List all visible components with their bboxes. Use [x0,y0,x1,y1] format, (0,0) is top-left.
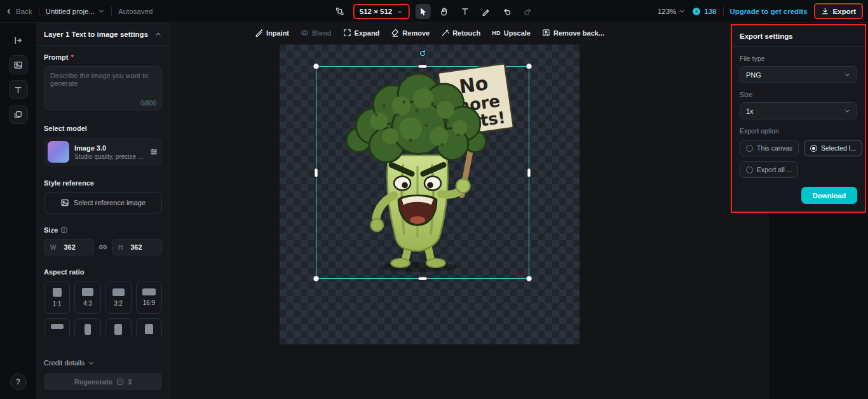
chevron-down-icon [397,8,403,15]
chain-link-icon [98,243,107,252]
aspect-ratio-tile-1-1[interactable]: 1:1 [44,281,70,314]
remove-background-button[interactable]: Remove back... [542,29,604,37]
aspect-ratio-tile-partial[interactable] [44,318,70,337]
file-type-value: PNG [746,71,761,79]
file-type-select[interactable]: PNG [740,66,857,83]
export-size-select[interactable]: 1x [740,102,857,119]
canvas-size-dropdown[interactable]: 512 × 512 [355,5,409,18]
prompt-input[interactable] [50,72,156,100]
text-layer-button[interactable] [9,80,28,99]
aspect-ratio-tile-4-3[interactable]: 4:3 [74,281,100,314]
retouch-button[interactable]: Retouch [441,29,480,37]
back-button[interactable]: Back [5,8,32,15]
panel-bottom: Credit details Regenerate 3 [36,353,170,399]
panel-scroll-area: Prompt * 0/800 Select model Image 3.0 St… [36,46,170,349]
rotate-handle[interactable] [417,48,428,59]
sliders-icon [149,147,158,156]
resize-handle-se[interactable] [526,276,532,281]
zoom-dropdown[interactable]: 123% [658,8,686,15]
radio-icon [746,166,753,173]
credits-badge[interactable]: 138 [692,7,716,16]
inpaint-button[interactable]: Inpaint [255,29,289,37]
hd-badge: HD [492,30,501,36]
canvas-area[interactable]: Inpaint Blend Expand Remove Retouch HD U… [170,23,769,399]
prompt-label: Prompt * [44,53,162,61]
hand-tool-button[interactable] [437,4,452,19]
select-reference-image-button[interactable]: Select reference image [44,192,162,213]
image-placeholder-icon [60,198,69,207]
generated-image-broccoli[interactable]: No more diets! [315,65,529,278]
credit-details-toggle[interactable]: Credit details [44,359,162,367]
canvas-toolbar: Inpaint Blend Expand Remove Retouch HD U… [255,29,604,37]
aspect-ratio-tile-partial[interactable] [105,318,132,337]
resize-handle-n[interactable] [418,65,427,68]
option-this-canvas[interactable]: This canvas [740,140,799,156]
divider [111,7,112,16]
project-name: Untitled proje... [46,8,95,15]
model-settings-button[interactable] [149,147,158,156]
panel-expand-button[interactable] [9,30,28,50]
hd-upscale-button[interactable]: HD Upscale [492,29,531,37]
resize-handle-nw[interactable] [313,64,319,69]
download-button[interactable]: Download [801,187,857,204]
blend-button[interactable]: Blend [301,29,332,37]
divider [723,7,724,16]
height-prefix: H [118,244,123,251]
size-label: Size [44,226,162,234]
export-settings-panel: Export settings File type PNG Size 1x Ex… [731,24,866,213]
resize-handle-w[interactable] [315,168,318,177]
chevron-down-icon [98,8,105,15]
resize-handle-s[interactable] [418,277,427,280]
regenerate-button[interactable]: Regenerate 3 [44,373,162,390]
export-button[interactable]: Export [815,4,862,18]
aspect-ratio-tile-partial[interactable] [136,318,162,337]
selection-box[interactable]: No more diets! [316,66,529,279]
help-button[interactable]: ? [10,374,27,390]
ratio-glyph [51,324,64,329]
expand-button[interactable]: Expand [343,29,380,37]
resize-handle-sw[interactable] [313,276,319,281]
pen-icon [482,7,491,16]
hand-icon [440,7,449,16]
resize-handle-ne[interactable] [526,64,532,69]
aspect-ratio-label: Aspect ratio [44,268,162,276]
ratio-glyph [53,288,62,297]
height-value: 362 [130,243,142,251]
chevron-up-icon[interactable] [154,30,162,38]
zoom-value: 123% [658,8,676,15]
left-rail: ? [0,23,36,399]
export-settings-title: Export settings [732,30,865,47]
width-field[interactable]: W 362 [44,239,94,255]
model-card[interactable]: Image 3.0 Studio quality, precise ... [44,137,162,166]
panel-open-icon [13,36,23,45]
redo-button[interactable] [520,4,536,19]
redo-icon [524,7,532,16]
chevron-down-icon [844,107,851,114]
option-selected-layer[interactable]: Selected l... [804,140,862,156]
undo-button[interactable] [499,4,515,19]
resize-handle-e[interactable] [527,168,531,177]
option-export-all[interactable]: Export all ... [740,161,798,178]
layers-button[interactable] [9,105,28,124]
aspect-ratio-tile-16-9[interactable]: 16:9 [136,281,162,314]
draw-tool-button[interactable] [478,4,494,19]
resize-canvas-icon[interactable] [332,4,348,19]
text-tool-button[interactable] [458,4,473,19]
aspect-ratio-tile-3-2[interactable]: 3:2 [105,281,132,314]
remove-button[interactable]: Remove [391,29,430,37]
ratio-glyph [112,288,125,296]
select-model-label: Select model [44,125,162,132]
image-tool-button[interactable] [9,55,28,74]
upgrade-link[interactable]: Upgrade to get credits [730,8,808,15]
height-field[interactable]: H 362 [112,239,162,255]
expand-icon [343,29,351,37]
project-name-menu[interactable]: Untitled proje... [46,8,105,15]
aspect-ratio-grid-row2 [44,318,162,337]
canvas-size-value: 512 × 512 [360,8,392,15]
prompt-box: 0/800 [44,66,162,111]
export-size-label: Size [740,91,857,98]
credits-count: 138 [704,8,716,15]
aspect-ratio-tile-partial[interactable] [74,318,100,337]
link-dimensions-button[interactable] [98,243,107,252]
select-tool-button[interactable] [416,4,431,19]
